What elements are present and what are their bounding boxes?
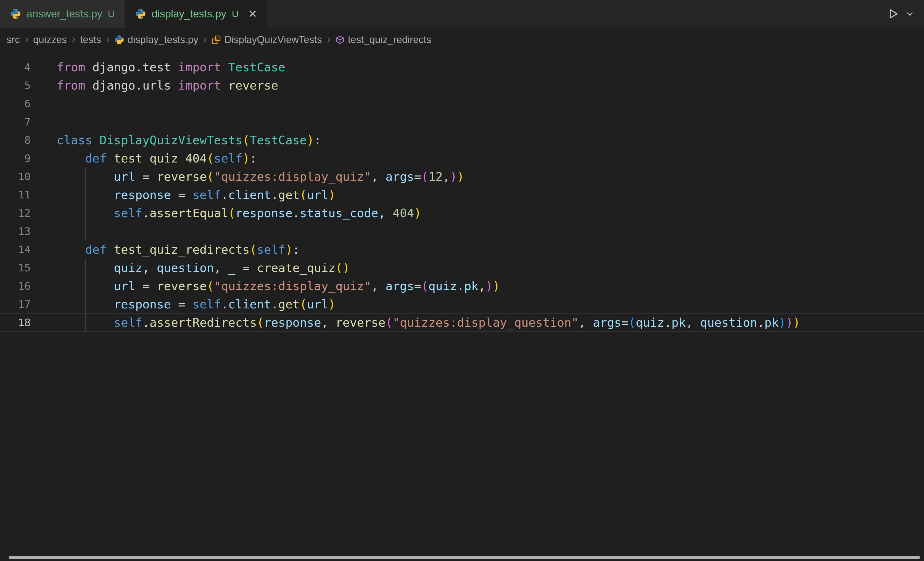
breadcrumb-label: display_tests.py — [128, 34, 198, 46]
breadcrumb-label: src — [7, 34, 20, 46]
chevron-right-icon — [103, 36, 112, 44]
editor-actions — [885, 0, 924, 28]
tab-bar: answer_tests.py U display_tests.py U ✕ — [0, 0, 924, 28]
breadcrumb-src[interactable]: src — [4, 34, 22, 46]
code-line-row[interactable]: 7 — [0, 113, 924, 131]
chevron-down-icon[interactable] — [904, 8, 916, 20]
code-line: from django.urls import reverse — [41, 76, 924, 95]
line-number[interactable]: 13 — [0, 222, 41, 241]
line-number[interactable]: 10 — [0, 167, 41, 186]
indent-guide — [57, 277, 57, 295]
indent-guide — [86, 167, 86, 186]
run-icon[interactable] — [885, 6, 901, 21]
chevron-right-icon — [22, 36, 31, 44]
breadcrumb-quizzes[interactable]: quizzes — [31, 34, 69, 46]
code-line: class DisplayQuizViewTests(TestCase): — [41, 131, 924, 149]
code-line: url = reverse("quizzes:display_quiz", ar… — [41, 277, 924, 295]
indent-guide — [86, 295, 86, 313]
code-line-row[interactable]: 13 — [0, 222, 924, 241]
breadcrumb-tests[interactable]: tests — [78, 34, 103, 46]
code-line-row[interactable]: 6 — [0, 95, 924, 113]
line-number[interactable]: 16 — [0, 277, 41, 295]
tab-label: answer_tests.py — [27, 8, 102, 20]
indent-guide — [57, 204, 57, 222]
line-number[interactable]: 6 — [0, 95, 41, 113]
code-line-row[interactable]: 14 def test_quiz_redirects(self): — [0, 241, 924, 259]
indent-guide — [57, 295, 57, 313]
breadcrumb: src quizzes tests display_tests.py — [0, 28, 924, 52]
close-icon[interactable]: ✕ — [248, 8, 257, 20]
line-number[interactable]: 14 — [0, 241, 41, 259]
code-lines: 4from django.test import TestCase5from d… — [0, 58, 924, 332]
line-number[interactable]: 12 — [0, 204, 41, 222]
line-number[interactable]: 4 — [0, 58, 41, 76]
code-line-row[interactable]: 16 url = reverse("quizzes:display_quiz",… — [0, 277, 924, 295]
line-number[interactable]: 7 — [0, 113, 41, 131]
code-line — [41, 113, 924, 131]
indent-guide — [57, 167, 57, 186]
code-line: quiz, question, _ = create_quiz() — [41, 259, 924, 277]
indent-guide — [86, 313, 86, 332]
breadcrumb-label: DisplayQuizViewTests — [224, 34, 322, 46]
code-line-row[interactable]: 5from django.urls import reverse — [0, 76, 924, 95]
line-number[interactable]: 17 — [0, 295, 41, 313]
indent-guide — [57, 149, 57, 167]
line-number[interactable]: 15 — [0, 259, 41, 277]
code-line: from django.test import TestCase — [41, 58, 924, 76]
breadcrumb-label: quizzes — [33, 34, 67, 46]
indent-guide — [57, 222, 57, 241]
indent-guide — [86, 204, 86, 222]
code-line-row[interactable]: 11 response = self.client.get(url) — [0, 186, 924, 204]
code-line-row[interactable]: 12 self.assertEqual(response.status_code… — [0, 204, 924, 222]
indent-guide — [86, 277, 86, 295]
breadcrumb-label: tests — [80, 34, 101, 46]
indent-guide — [86, 222, 86, 241]
tab-display-tests-py[interactable]: display_tests.py U ✕ — [125, 0, 268, 28]
code-line-row[interactable]: 18 self.assertRedirects(response, revers… — [0, 313, 924, 332]
indent-guide — [86, 259, 86, 277]
code-line-row[interactable]: 9 def test_quiz_404(self): — [0, 149, 924, 167]
code-line: url = reverse("quizzes:display_quiz", ar… — [41, 167, 924, 186]
tab-label: display_tests.py — [152, 8, 226, 20]
code-line — [41, 222, 924, 241]
code-line — [41, 95, 924, 113]
indent-guide — [57, 313, 57, 332]
chevron-right-icon — [69, 36, 78, 44]
python-icon — [135, 8, 146, 20]
breadcrumb-label: test_quiz_redirects — [348, 34, 431, 46]
code-line: def test_quiz_redirects(self): — [41, 241, 924, 259]
code-line-row[interactable]: 4from django.test import TestCase — [0, 58, 924, 76]
code-line: response = self.client.get(url) — [41, 186, 924, 204]
breadcrumb-class-displayquizviewtests[interactable]: DisplayQuizViewTests — [209, 34, 324, 46]
code-line: self.assertEqual(response.status_code, 4… — [41, 204, 924, 222]
line-number[interactable]: 18 — [0, 313, 41, 332]
line-number[interactable]: 5 — [0, 76, 41, 95]
line-number[interactable]: 9 — [0, 149, 41, 167]
indent-guide — [86, 186, 86, 204]
code-line-row[interactable]: 15 quiz, question, _ = create_quiz() — [0, 259, 924, 277]
python-icon — [10, 8, 21, 20]
symbol-method-icon — [335, 35, 345, 45]
git-untracked-badge: U — [108, 9, 115, 20]
indent-guide — [57, 259, 57, 277]
code-line: response = self.client.get(url) — [41, 295, 924, 313]
indent-guide — [57, 186, 57, 204]
symbol-class-icon — [212, 35, 221, 45]
code-line: def test_quiz_404(self): — [41, 149, 924, 167]
git-untracked-badge: U — [232, 9, 239, 20]
code-line-row[interactable]: 8class DisplayQuizViewTests(TestCase): — [0, 131, 924, 149]
breadcrumb-display-tests-py[interactable]: display_tests.py — [112, 34, 201, 46]
code-line-row[interactable]: 17 response = self.client.get(url) — [0, 295, 924, 313]
chevron-right-icon — [201, 36, 209, 44]
indent-guide — [57, 241, 57, 259]
code-line-row[interactable]: 10 url = reverse("quizzes:display_quiz",… — [0, 167, 924, 186]
chevron-right-icon — [324, 36, 333, 44]
horizontal-scrollbar[interactable] — [9, 556, 920, 559]
line-number[interactable]: 11 — [0, 186, 41, 204]
vscode-window: answer_tests.py U display_tests.py U ✕ — [0, 0, 924, 561]
code-line: self.assertRedirects(response, reverse("… — [41, 313, 924, 332]
breadcrumb-method-test-quiz-redirects[interactable]: test_quiz_redirects — [333, 34, 434, 46]
line-number[interactable]: 8 — [0, 131, 41, 149]
code-editor[interactable]: 4from django.test import TestCase5from d… — [0, 52, 924, 561]
tab-answer-tests-py[interactable]: answer_tests.py U — [0, 0, 125, 28]
